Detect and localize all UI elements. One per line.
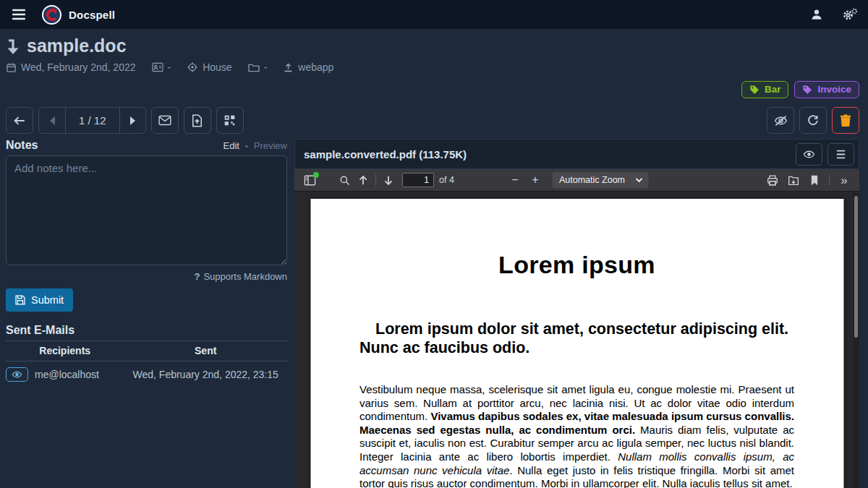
left-panel: Notes Edit • Preview ?Supports Markdown … [6, 139, 287, 388]
pdf-print-button[interactable] [763, 171, 782, 189]
sent-emails-title: Sent E-Mails [6, 324, 287, 341]
notes-edit-link[interactable]: Edit [223, 140, 239, 151]
sent-emails-table: Recipients Sent me@localhost [6, 341, 287, 388]
pdf-scrollbar-thumb[interactable] [854, 196, 858, 338]
help-icon: ? [194, 271, 200, 282]
app-logo: Docspell [42, 5, 115, 25]
tag-icon [749, 85, 760, 95]
submit-button[interactable]: Submit [6, 288, 73, 312]
item-header: sample.doc Wed, February 2nd, 2022 - Hou… [0, 29, 868, 74]
pdf-doc-heading: Lorem ipsum dolor sit amet, consectetur … [359, 320, 794, 357]
notes-link-separator: • [245, 142, 248, 150]
email-sent-date: Wed, February 2nd, 2022, 23:15 [124, 361, 287, 388]
pdf-viewer-body: Lorem ipsum Lorem ipsum dolor sit amet, … [294, 192, 859, 488]
download-arrow-icon [6, 35, 20, 56]
notes-input[interactable] [6, 155, 287, 265]
app-name: Docspell [69, 9, 115, 21]
pdf-doc-title: Lorem ipsum [359, 251, 794, 279]
pdf-download-button[interactable] [784, 171, 803, 189]
item-date: Wed, February 2nd, 2022 [6, 60, 136, 74]
attachment-preview-button[interactable] [796, 143, 822, 166]
tags-row: Bar Invoice [0, 81, 868, 98]
pdf-page-count: of 4 [439, 175, 454, 185]
email-recipient: me@localhost [35, 369, 99, 380]
qr-code-button[interactable] [216, 107, 244, 134]
mail-button[interactable] [151, 107, 179, 134]
sent-email-row[interactable]: me@localhost Wed, February 2nd, 2022, 23… [6, 361, 287, 388]
notes-preview-link[interactable]: Preview [254, 140, 287, 151]
attachment-panel: sample.converted.pdf (113.75K) [294, 139, 859, 488]
save-icon [15, 295, 25, 305]
hamburger-icon [835, 150, 846, 159]
item-toolbar: 1 / 12 [0, 107, 868, 134]
delete-button[interactable] [832, 107, 859, 134]
attachment-header: sample.converted.pdf (113.75K) [294, 139, 859, 169]
item-folder: - [248, 60, 268, 74]
pdf-sidebar-toggle-button[interactable] [300, 171, 319, 189]
pdf-next-page-button[interactable] [379, 171, 398, 189]
pdf-page: Lorem ipsum Lorem ipsum dolor sit amet, … [310, 199, 843, 488]
notes-title: Notes [6, 139, 38, 152]
page-indicator: 1 / 12 [65, 108, 119, 133]
next-page-button[interactable] [119, 108, 145, 133]
prev-page-button[interactable] [39, 108, 65, 133]
pdf-prev-page-button[interactable] [354, 171, 373, 189]
tag-invoice[interactable]: Invoice [794, 81, 859, 98]
pdf-bookmark-button[interactable] [805, 171, 824, 189]
pdf-more-tools-button[interactable]: » [835, 171, 854, 189]
pdf-search-button[interactable] [335, 171, 354, 189]
pdf-page-input[interactable] [402, 173, 434, 187]
top-navbar: Docspell [0, 0, 868, 29]
tag-bar[interactable]: Bar [741, 81, 789, 98]
docspell-logo-icon [42, 5, 61, 25]
sidebar-notification-dot [313, 172, 319, 178]
page-nav-group: 1 / 12 [38, 107, 146, 134]
column-recipients: Recipients [6, 341, 124, 361]
pdf-zoom-out-button[interactable]: − [506, 171, 524, 189]
attachment-filename: sample.converted.pdf (113.75K) [304, 148, 467, 160]
docspell-app: Docspell sample.doc [0, 0, 868, 488]
chevron-down-icon [635, 178, 642, 183]
user-icon[interactable] [810, 8, 823, 21]
pdf-toolbar: of 4 − + Automatic Zoom [294, 169, 859, 192]
settings-gears-icon[interactable] [842, 7, 858, 22]
pdf-zoom-select[interactable]: Automatic Zoom [552, 172, 648, 188]
markdown-hint: ?Supports Markdown [6, 271, 287, 282]
eye-icon [12, 370, 22, 379]
pdf-scrollbar-track [853, 192, 859, 488]
menu-icon[interactable] [7, 3, 30, 26]
back-button[interactable] [6, 107, 33, 134]
tag-icon [802, 85, 812, 95]
item-concerning: House [187, 60, 231, 74]
eye-icon [803, 150, 815, 159]
pdf-zoom-in-button[interactable]: + [526, 171, 545, 189]
attachment-menu-button[interactable] [827, 143, 854, 166]
view-email-button[interactable] [6, 367, 28, 382]
column-sent: Sent [124, 341, 287, 361]
page-title: sample.doc [27, 35, 127, 56]
content: Notes Edit • Preview ?Supports Markdown … [0, 139, 868, 488]
hide-item-button[interactable] [767, 107, 794, 134]
refresh-button[interactable] [799, 107, 827, 134]
attach-file-button[interactable] [184, 107, 211, 134]
item-source: webapp [283, 60, 333, 74]
pdf-doc-paragraph: Vestibulum neque massa, scelerisque sit … [359, 383, 794, 488]
item-correspondent: - [152, 60, 171, 74]
